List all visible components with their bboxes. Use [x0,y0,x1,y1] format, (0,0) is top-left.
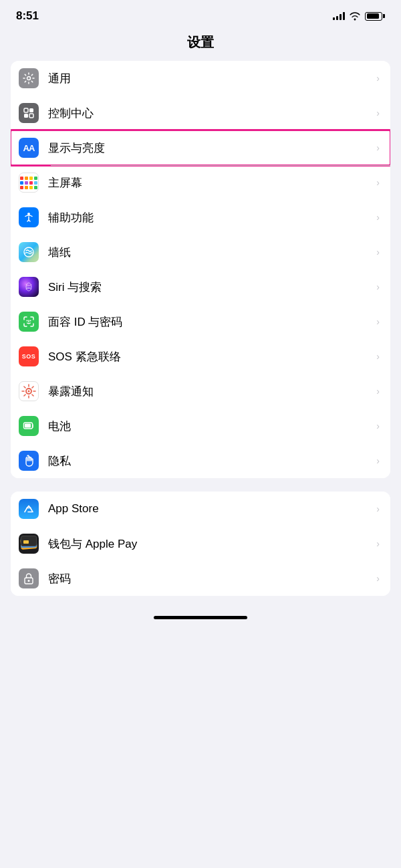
svg-point-9 [30,320,31,322]
sos-label: SOS 紧急联络 [48,349,371,364]
home-indicator [154,616,247,619]
password-label: 密码 [48,571,371,586]
wallpaper-icon [19,242,39,262]
settings-row-home-screen[interactable]: 主屏幕 › [11,165,390,200]
control-center-label: 控制中心 [48,106,371,121]
svg-point-23 [28,580,30,582]
control-center-icon [19,103,39,123]
settings-row-faceid[interactable]: 面容 ID 与密码 › [11,304,390,339]
svg-line-19 [24,395,25,396]
settings-row-sos[interactable]: SOS SOS 紧急联络 › [11,339,390,374]
exposure-label: 暴露通知 [48,384,371,399]
svg-point-11 [28,391,30,393]
status-time: 8:51 [16,9,39,23]
settings-row-wallpaper[interactable]: 墙纸 › [11,235,390,269]
faceid-icon [19,312,39,332]
wifi-icon [349,11,361,21]
status-icons [333,11,385,21]
faceid-chevron: › [376,316,380,327]
battery-icon [365,12,385,21]
home-screen-icon [19,173,39,193]
settings-row-display[interactable]: AA 显示与亮度 › [11,130,390,165]
exposure-icon [19,381,39,401]
svg-rect-1 [24,108,28,112]
general-icon [19,68,39,88]
home-screen-chevron: › [376,177,380,188]
settings-row-accessibility[interactable]: 辅助功能 › [11,200,390,235]
accessibility-icon [19,207,39,227]
display-chevron: › [376,142,380,153]
privacy-label: 隐私 [48,453,371,469]
battery-settings-icon [19,416,39,436]
wallet-label: 钱包与 Apple Pay [48,536,371,552]
exposure-chevron: › [376,386,380,397]
svg-rect-4 [29,114,33,118]
general-chevron: › [376,73,380,84]
siri-icon [19,277,39,297]
wallet-icon [19,534,39,554]
settings-row-privacy[interactable]: 隐私 › [11,443,390,478]
wallpaper-chevron: › [376,247,380,257]
accessibility-chevron: › [376,212,380,223]
svg-line-18 [32,387,33,388]
status-bar: 8:51 [0,0,401,28]
siri-chevron: › [376,282,380,292]
svg-rect-21 [25,424,31,428]
appstore-label: App Store [48,502,371,516]
general-label: 通用 [48,71,371,86]
battery-label: 电池 [48,419,371,434]
battery-chevron: › [376,421,380,431]
svg-line-16 [24,387,25,388]
settings-row-general[interactable]: 通用 › [11,61,390,96]
sos-icon: SOS [19,346,39,366]
home-indicator-area [0,609,401,627]
home-screen-label: 主屏幕 [48,175,371,191]
privacy-chevron: › [376,455,380,466]
settings-group-2: App Store › 钱包与 Apple Pay › 密码 › [11,492,390,596]
display-label: 显示与亮度 [48,140,371,156]
sos-chevron: › [376,351,380,362]
signal-icon [333,12,345,20]
appstore-chevron: › [376,504,380,514]
appstore-icon [19,499,39,519]
siri-label: Siri 与搜索 [48,280,371,295]
settings-row-password[interactable]: 密码 › [11,561,390,596]
privacy-icon [19,451,39,471]
svg-point-0 [27,77,31,80]
settings-row-battery[interactable]: 电池 › [11,409,390,443]
password-icon [19,568,39,588]
settings-row-appstore[interactable]: App Store › [11,492,390,526]
svg-rect-2 [29,108,33,112]
svg-point-8 [27,320,28,322]
settings-row-exposure[interactable]: 暴露通知 › [11,374,390,409]
svg-line-17 [32,395,33,396]
accessibility-label: 辅助功能 [48,210,371,225]
page-title: 设置 [0,28,401,61]
settings-row-wallet[interactable]: 钱包与 Apple Pay › [11,526,390,561]
wallpaper-label: 墙纸 [48,245,371,260]
svg-rect-3 [24,114,28,118]
password-chevron: › [376,573,380,584]
display-icon: AA [19,138,39,158]
wallet-chevron: › [376,538,380,549]
settings-row-control-center[interactable]: 控制中心 › [11,96,390,130]
faceid-label: 面容 ID 与密码 [48,314,371,330]
control-center-chevron: › [376,108,380,118]
settings-group-1: 通用 › 控制中心 › AA 显示与亮度 › [11,61,390,478]
settings-row-siri[interactable]: Siri 与搜索 › [11,269,390,304]
